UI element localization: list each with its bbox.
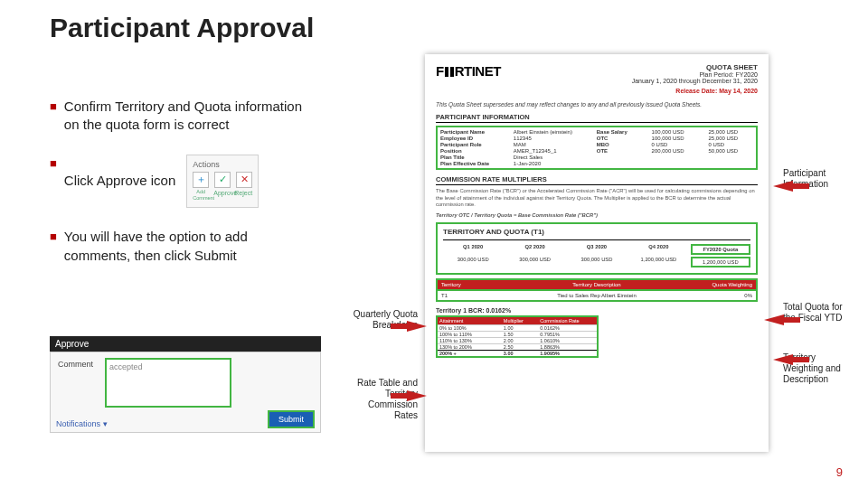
add-label: Add Comment: [193, 189, 209, 202]
pi-base-a: 100,000 USD: [652, 129, 700, 135]
participant-info-box: Participant Name Albert Einstein (einste…: [436, 126, 758, 170]
approve-icon[interactable]: ✓: [214, 172, 231, 188]
r0a: 0% to 100%: [439, 325, 504, 331]
bullet-2-text: Click Approve icon: [64, 172, 175, 190]
approve-body: Comment accepted Notifications ▾ Submit: [50, 352, 321, 433]
approve-bar: Approve: [50, 336, 321, 352]
r3b: 2.50: [504, 344, 540, 350]
pi-mbo-q: 0 USD: [708, 142, 753, 147]
arrow-icon: [764, 314, 784, 325]
quota-sheet-preview: FRTINET QUOTA SHEET Plan Period: FY2020 …: [425, 54, 769, 452]
territory-quota-box: TERRITORY AND QUOTA (T1) Q1 2020 Q2 2020…: [436, 222, 758, 275]
pi-otc-k: OTC: [597, 136, 643, 141]
tq-q2-v: 300,000 USD: [505, 257, 564, 267]
tq-q4-h: Q4 2020: [628, 244, 688, 255]
comment-label: Comment: [58, 360, 93, 369]
r2c: 1.0610%: [540, 338, 595, 343]
date-range: January 1, 2020 through December 31, 202…: [632, 78, 758, 84]
r3a: 130% to 200%: [439, 344, 504, 350]
bullet-2: ■ Click Approve icon Actions ＋ ✓ ✕ Add C…: [50, 155, 303, 209]
page-title: Participant Approval: [50, 13, 314, 43]
territory-table-header: Territory Territory Description Quota We…: [436, 278, 758, 291]
bullet-3: ■ You will have the option to add commen…: [50, 228, 303, 265]
bullet-1-text: Confirm Territory and Quota information …: [64, 98, 303, 135]
rate-h-b: Multiplier: [504, 318, 540, 324]
arrow-icon: [773, 354, 793, 365]
tq-q3-h: Q3 2020: [567, 244, 627, 255]
ter-r-a: T1: [441, 293, 519, 298]
pi-emp-v: 112345: [514, 136, 588, 141]
rate-h-c: Commission Rate: [540, 318, 595, 324]
approve-panel: Approve Comment accepted Notifications ▾…: [50, 336, 321, 433]
r4c: 1.9095%: [540, 351, 595, 356]
bullet-square-icon: ■: [50, 228, 57, 265]
notifications-link[interactable]: Notifications ▾: [56, 419, 108, 428]
r4a: 200% +: [439, 351, 504, 356]
pi-name-k: Participant Name: [440, 129, 505, 135]
tq-fy-h: FY2020 Quota: [691, 244, 750, 255]
bullet-list: ■ Confirm Territory and Quota informatio…: [50, 98, 303, 285]
r0b: 1.00: [504, 325, 540, 331]
approve-label: Approve: [213, 189, 230, 202]
supersedes-note: This Quota Sheet supersedes and may refl…: [436, 101, 758, 108]
pi-pos-k: Position: [440, 148, 505, 154]
release-date: Release Date: May 14, 2020: [632, 88, 758, 94]
reject-icon[interactable]: ✕: [236, 172, 252, 188]
r1b: 1.50: [504, 332, 540, 337]
r1a: 100% to 110%: [439, 332, 504, 337]
ter-r-b: Tied to Sales Rep Albert Einstein: [519, 293, 675, 298]
ter-h-b: Territory Description: [519, 282, 675, 287]
territory-row: T1 Tied to Sales Rep Albert Einstein 0%: [436, 291, 758, 302]
pi-mbo-k: MBO: [597, 142, 643, 147]
actions-toolbar: Actions ＋ ✓ ✕ Add Comment Approve Reject: [186, 155, 259, 209]
rate-h-a: Attainment: [439, 318, 504, 324]
pi-pos-v: AMER_T12345_1: [514, 148, 588, 154]
ter-h-c: Quota Weighting: [675, 282, 752, 287]
pi-base-k: Base Salary: [597, 129, 643, 135]
doc-title: QUOTA SHEET: [632, 63, 758, 71]
bcr-title: Territory 1 BCR: 0.0162%: [436, 307, 758, 314]
tq-q3-v: 300,000 USD: [567, 257, 627, 267]
add-comment-icon[interactable]: ＋: [193, 172, 209, 188]
r3c: 1.8863%: [540, 344, 595, 350]
ter-r-c: 0%: [675, 293, 752, 298]
bullet-1: ■ Confirm Territory and Quota informatio…: [50, 98, 303, 135]
page-number: 9: [836, 465, 843, 479]
r2a: 110% to 130%: [439, 338, 504, 343]
pi-otc-a: 100,000 USD: [652, 136, 700, 141]
r2b: 2.00: [504, 338, 540, 343]
pi-base-q: 25,000 USD: [708, 129, 753, 135]
comment-input[interactable]: accepted: [105, 358, 231, 408]
pi-ote-q: 50,000 USD: [708, 148, 753, 154]
arrow-icon: [773, 181, 793, 192]
bullet-square-icon: ■: [50, 98, 57, 135]
reject-label: Reject: [234, 189, 250, 202]
r0c: 0.0162%: [540, 325, 595, 331]
tq-fy-v: 1,200,000 USD: [691, 257, 750, 267]
pi-ote-k: OTE: [597, 148, 643, 154]
pi-mbo-a: 0 USD: [652, 142, 700, 147]
submit-button[interactable]: Submit: [268, 410, 315, 428]
pi-eff-v: 1-Jan-2020: [514, 161, 588, 166]
arrow-icon: [407, 390, 427, 401]
tq-q4-v: 1,200,000 USD: [628, 257, 688, 267]
pi-otc-q: 25,000 USD: [708, 136, 753, 141]
actions-header: Actions: [193, 159, 252, 170]
tq-q2-h: Q2 2020: [505, 244, 564, 255]
pi-ote-a: 200,000 USD: [652, 148, 700, 154]
pi-role-v: MAM: [514, 142, 588, 147]
bullet-3-text: You will have the option to add comments…: [64, 228, 303, 265]
crm-text: The Base Commission Rate ("BCR") or the …: [436, 188, 758, 209]
tq-q1-v: 300,000 USD: [443, 257, 503, 267]
bullet-square-icon: ■: [50, 155, 57, 209]
plan-period: Plan Period: FY2020: [632, 71, 758, 78]
pi-plan-v: Direct Sales: [514, 155, 588, 160]
arrow-icon: [407, 321, 427, 332]
pi-plan-k: Plan Title: [440, 155, 505, 160]
crm-formula: Territory OTC / Territory Quota = Base C…: [436, 212, 758, 220]
section-crm: COMMISSION RATE MULTIPLIERS: [436, 175, 758, 185]
tq-title: TERRITORY AND QUOTA (T1): [443, 228, 750, 236]
rate-table: Attainment Multiplier Commission Rate 0%…: [436, 315, 599, 358]
tq-q1-h: Q1 2020: [443, 244, 503, 255]
pi-eff-k: Plan Effective Date: [440, 161, 505, 166]
